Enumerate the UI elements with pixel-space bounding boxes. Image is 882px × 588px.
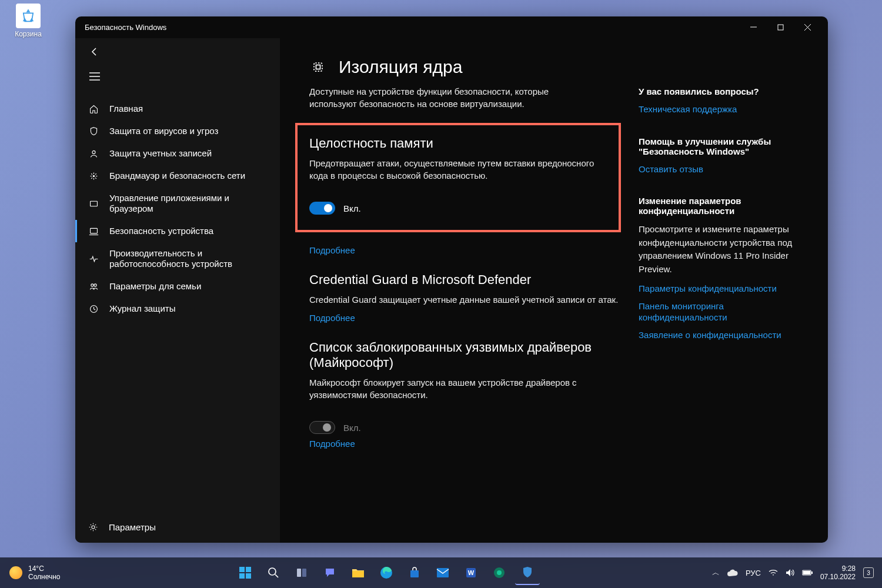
recycle-bin[interactable]: Корзина (12, 4, 45, 38)
family-icon (88, 282, 99, 292)
clock-time: 9:28 (820, 564, 856, 573)
close-button[interactable] (794, 16, 821, 38)
sidebar-item-label: Параметры для семьи (109, 281, 267, 292)
memory-integrity-section: Целостность памяти Предотвращает атаки, … (295, 123, 621, 232)
sidebar-item-performance[interactable]: Производительность и работоспособность у… (75, 242, 280, 275)
start-button[interactable] (233, 560, 258, 585)
svg-point-33 (497, 570, 502, 575)
svg-rect-10 (90, 228, 97, 233)
svg-rect-28 (410, 570, 419, 577)
memory-integrity-more-link[interactable]: Подробнее (309, 245, 355, 255)
edge-button[interactable] (374, 560, 399, 585)
chat-button[interactable] (318, 560, 342, 585)
health-icon (88, 254, 99, 264)
svg-rect-20 (239, 573, 245, 579)
search-button[interactable] (261, 560, 286, 585)
store-button[interactable] (402, 560, 427, 585)
app-button[interactable] (487, 560, 512, 585)
back-button[interactable] (86, 44, 103, 60)
memory-integrity-toggle-label: Вкл. (343, 203, 361, 213)
chevron-up-icon[interactable]: ︿ (712, 567, 720, 578)
memory-integrity-title: Целостность памяти (309, 136, 607, 151)
sidebar-item-family[interactable]: Параметры для семьи (75, 275, 280, 298)
feedback-heading: Помощь в улучшении службы "Безопасность … (639, 136, 809, 156)
sidebar-item-device-security[interactable]: Безопасность устройства (75, 220, 280, 242)
recycle-bin-icon (16, 4, 41, 28)
sidebar-item-label: Главная (109, 103, 267, 114)
credguard-title: Credential Guard в Microsoft Defender (309, 272, 621, 288)
svg-rect-19 (246, 567, 251, 572)
explorer-button[interactable] (346, 560, 370, 585)
svg-rect-24 (297, 569, 301, 577)
privacy-statement-link[interactable]: Заявление о конфиденциальности (639, 329, 809, 341)
drivers-desc: Майкрософт блокирует запуск на вашем уст… (309, 376, 621, 401)
svg-point-7 (92, 151, 95, 153)
language-indicator[interactable]: РУС (746, 569, 761, 577)
home-icon (88, 104, 99, 114)
sidebar-item-label: Производительность и работоспособность у… (109, 248, 267, 269)
mail-button[interactable] (430, 560, 455, 585)
minimize-button[interactable] (740, 16, 767, 38)
taskbar-weather[interactable]: 14°C Солнечно (0, 564, 61, 582)
taskview-button[interactable] (289, 560, 314, 585)
battery-icon[interactable] (802, 570, 813, 576)
clock-date: 07.10.2022 (820, 573, 856, 581)
sidebar-item-home[interactable]: Главная (75, 98, 280, 120)
sidebar-item-firewall[interactable]: Брандмауэр и безопасность сети (75, 165, 280, 187)
word-button[interactable]: W (459, 560, 483, 585)
svg-rect-17 (316, 65, 320, 69)
sidebar-item-label: Безопасность устройства (109, 226, 267, 236)
feedback-link[interactable]: Оставить отзыв (639, 163, 809, 175)
svg-rect-26 (352, 571, 364, 577)
credguard-more-link[interactable]: Подробнее (309, 313, 355, 323)
account-icon (88, 149, 99, 159)
gear-icon (88, 522, 98, 532)
drivers-more-link[interactable]: Подробнее (309, 439, 355, 449)
sidebar-item-account[interactable]: Защита учетных записей (75, 142, 280, 165)
maximize-button[interactable] (767, 16, 794, 38)
sidebar-settings-label: Параметры (109, 522, 156, 532)
sidebar-item-virus[interactable]: Защита от вирусов и угроз (75, 120, 280, 142)
menu-button[interactable] (86, 68, 103, 85)
window-title: Безопасность Windows (82, 23, 740, 32)
onedrive-icon[interactable] (727, 569, 738, 576)
taskbar-clock[interactable]: 9:28 07.10.2022 (820, 564, 856, 582)
drivers-toggle[interactable] (309, 421, 335, 434)
device-icon (88, 226, 99, 236)
wifi-icon[interactable] (769, 569, 778, 576)
sidebar-item-label: Журнал защиты (109, 303, 267, 314)
drivers-title: Список заблокированных уязвимых драйверо… (309, 340, 621, 370)
svg-line-23 (275, 574, 278, 577)
shield-icon (88, 126, 99, 136)
taskbar: 14°C Солнечно W ︿ РУС 9:28 07.10.2022 3 (0, 557, 882, 588)
page-title: Изоляция ядра (339, 57, 462, 77)
app-icon (88, 199, 99, 209)
titlebar[interactable]: Безопасность Windows (75, 16, 828, 38)
privacy-text: Просмотрите и измените параметры конфиде… (639, 223, 809, 276)
history-icon (88, 304, 99, 314)
svg-rect-18 (239, 567, 245, 572)
svg-point-15 (92, 526, 95, 529)
sidebar-item-label: Брандмауэр и безопасность сети (109, 171, 267, 181)
sidebar-settings[interactable]: Параметры (75, 515, 280, 543)
security-taskbar-button[interactable] (515, 560, 540, 585)
network-icon (88, 171, 99, 181)
privacy-dashboard-link[interactable]: Панель мониторинга конфиденциальности (639, 300, 809, 323)
sidebar-item-label: Управление приложениями и браузером (109, 193, 267, 214)
privacy-settings-link[interactable]: Параметры конфиденциальности (639, 283, 809, 295)
volume-icon[interactable] (786, 569, 794, 577)
svg-rect-16 (314, 63, 322, 71)
svg-rect-35 (811, 572, 813, 574)
notification-button[interactable]: 3 (863, 567, 874, 578)
svg-point-13 (93, 283, 96, 286)
weather-desc: Солнечно (28, 573, 61, 581)
memory-integrity-toggle[interactable] (309, 202, 335, 215)
sidebar-item-apps[interactable]: Управление приложениями и браузером (75, 187, 280, 220)
sidebar-item-history[interactable]: Журнал защиты (75, 298, 280, 320)
support-link[interactable]: Техническая поддержка (639, 103, 809, 115)
svg-point-22 (269, 568, 276, 575)
svg-rect-1 (778, 25, 783, 30)
privacy-heading: Изменение параметров конфиденциальности (639, 196, 809, 216)
sidebar: Главная Защита от вирусов и угроз Защита… (75, 38, 280, 543)
sidebar-item-label: Защита от вирусов и угроз (109, 126, 267, 136)
